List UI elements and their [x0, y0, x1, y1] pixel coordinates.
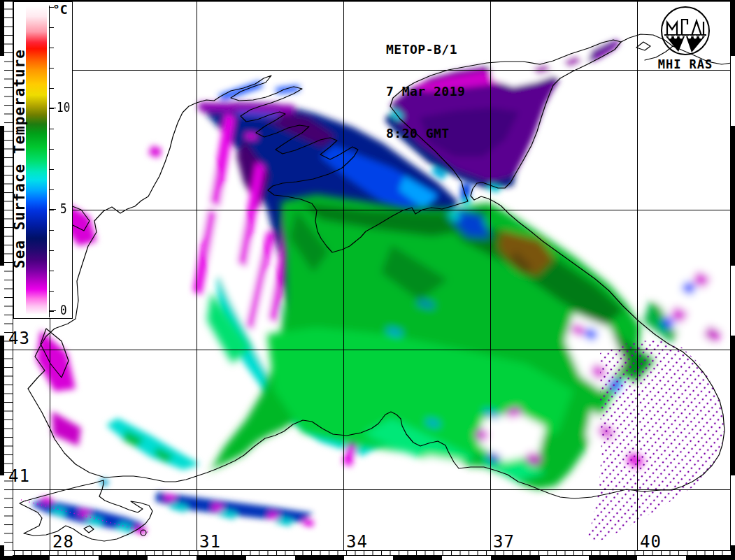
acquisition-date: 7 Mar 2019 — [386, 85, 465, 99]
longitude-label: 40 — [640, 534, 662, 550]
legend-color-gradient — [26, 6, 47, 314]
sst-map-product: 10 5 0 °C Sea Surface Temperature METOP-… — [0, 0, 735, 560]
latitude-label: 43 — [8, 331, 30, 346]
legend-unit: °C — [52, 2, 68, 17]
legend-minor-ticks — [50, 7, 54, 313]
legend-tick-label: 5 — [60, 201, 67, 215]
longitude-label: 34 — [346, 534, 368, 550]
satellite-name: METOP-B/1 — [386, 43, 465, 57]
header-title-block: METOP-B/1 7 Mar 2019 8:20 GMT — [386, 15, 465, 155]
longitude-label: 28 — [52, 534, 74, 550]
longitude-label: 31 — [199, 534, 221, 550]
institute-logo: MHI RAS — [656, 3, 715, 69]
legend: 10 5 0 °C Sea Surface Temperature — [13, 1, 73, 319]
latitude-label: 41 — [8, 468, 30, 484]
longitude-label: 37 — [493, 534, 515, 550]
sst-map-canvas — [0, 0, 735, 560]
acquisition-time: 8:20 GMT — [386, 127, 465, 141]
institute-name: MHI RAS — [656, 57, 715, 71]
legend-major-tick — [50, 209, 56, 210]
logo-circle-icon — [656, 3, 715, 57]
legend-major-tick — [50, 108, 56, 108]
legend-tick-label: 10 — [57, 100, 70, 114]
legend-major-tick — [50, 310, 56, 311]
legend-tick-label: 0 — [60, 303, 67, 317]
legend-title: Sea Surface Temperature — [11, 40, 27, 278]
